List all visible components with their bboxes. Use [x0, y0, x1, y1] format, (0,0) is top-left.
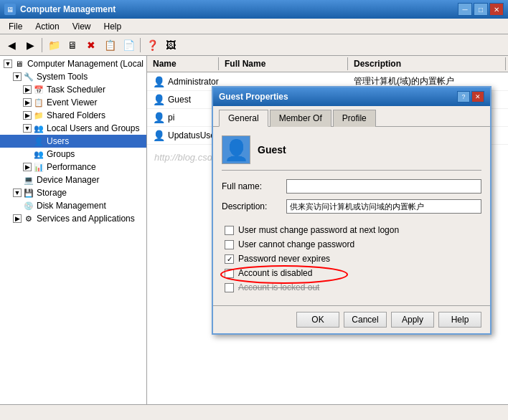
toolbar-separator-1: [42, 38, 42, 52]
tab-member-of[interactable]: Member Of: [270, 110, 331, 127]
guest-properties-dialog: Guest Properties ? ✕ General Member Of P…: [212, 86, 491, 335]
checkbox-label-4: Account is disabled: [238, 268, 312, 278]
cell-name: 👤 pi: [147, 110, 219, 125]
services-icon: ⚙: [23, 213, 34, 224]
user-avatar: 👤: [222, 135, 250, 164]
tree-item-device-manager[interactable]: 💻 Device Manager: [0, 173, 146, 186]
checkbox-row-1: User must change password at next logon: [222, 225, 481, 235]
checkbox-label-1: User must change password at next logon: [238, 225, 399, 235]
folder-button[interactable]: 📁: [45, 37, 62, 54]
event-viewer-icon: 📋: [33, 97, 44, 108]
tree-item-local-users[interactable]: ▼ 👥 Local Users and Groups: [0, 122, 146, 135]
app-icon: 🖥: [4, 4, 16, 15]
expand-task-scheduler[interactable]: ▶: [23, 85, 32, 94]
tree-item-storage[interactable]: ▼ 💾 Storage: [0, 186, 146, 199]
dialog-help-button[interactable]: ?: [457, 91, 470, 102]
cell-name: 👤 Administrator: [147, 75, 219, 89]
checkbox-label-2: User cannot change password: [238, 239, 354, 249]
user-name-display: Guest: [258, 144, 286, 156]
device-manager-icon: 💻: [23, 174, 34, 186]
task-scheduler-icon: 📅: [33, 84, 44, 95]
checkbox-must-change[interactable]: [225, 226, 234, 235]
tree-item-groups[interactable]: 👥 Groups: [0, 148, 146, 161]
tree-label-storage: Storage: [37, 188, 67, 198]
user-header: 👤 Guest: [222, 135, 481, 171]
expand-local-users[interactable]: ▼: [23, 124, 32, 133]
menu-bar: File Action View Help: [0, 19, 508, 34]
expand-shared-folders[interactable]: ▶: [23, 111, 32, 120]
paste-button[interactable]: 📄: [120, 37, 137, 54]
expand-services[interactable]: ▶: [13, 214, 22, 223]
ok-button[interactable]: OK: [296, 312, 339, 328]
tree-item-users[interactable]: 👤 Users: [0, 135, 146, 148]
cell-name: 👤 UpdatusUser: [147, 128, 219, 143]
fullname-row: Full name:: [222, 179, 481, 194]
expand-event-viewer[interactable]: ▶: [23, 98, 32, 107]
window-controls: ─ □ ✕: [458, 3, 504, 16]
tree-item-event-viewer[interactable]: ▶ 📋 Event Viewer: [0, 96, 146, 109]
menu-view[interactable]: View: [67, 20, 97, 33]
groups-icon: 👥: [33, 148, 44, 160]
tree-item-shared-folders[interactable]: ▶ 📁 Shared Folders: [0, 109, 146, 122]
tree-item-root[interactable]: ▼ 🖥 Computer Management (Local: [0, 57, 146, 70]
menu-help[interactable]: Help: [98, 20, 128, 33]
tree-label-task-scheduler: Task Scheduler: [47, 85, 105, 95]
expand-performance[interactable]: ▶: [23, 163, 32, 171]
cell-name: 👤 Guest: [147, 92, 219, 107]
checkbox-account-disabled[interactable]: [225, 269, 234, 278]
back-button[interactable]: ◀: [3, 37, 20, 54]
expand-root[interactable]: ▼: [4, 59, 12, 68]
dialog-close-button[interactable]: ✕: [471, 91, 484, 102]
checkbox-label-5: Account is locked out: [238, 282, 319, 292]
dialog-body: 👤 Guest Full name: Description: User mus…: [213, 127, 490, 305]
forward-button[interactable]: ▶: [22, 37, 39, 54]
view-button[interactable]: 🖼: [162, 37, 179, 54]
help-footer-button[interactable]: Help: [438, 312, 481, 328]
checkbox-never-expires[interactable]: [225, 254, 234, 264]
col-name[interactable]: Name: [147, 57, 219, 70]
col-fullname[interactable]: Full Name: [219, 57, 348, 70]
maximize-button[interactable]: □: [474, 3, 488, 16]
tree-label-event-viewer: Event Viewer: [47, 97, 97, 108]
tree-item-disk-management[interactable]: 💿 Disk Management: [0, 199, 146, 212]
storage-icon: 💾: [23, 187, 34, 199]
tree-label-local-users: Local Users and Groups: [47, 123, 139, 133]
copy-button[interactable]: 📋: [101, 37, 118, 54]
tab-general[interactable]: General: [219, 110, 268, 127]
tree-label-performance: Performance: [47, 162, 96, 172]
computer-button[interactable]: 🖥: [64, 37, 81, 54]
tree-item-system-tools[interactable]: ▼ 🔧 System Tools: [0, 70, 146, 83]
description-input[interactable]: [286, 199, 481, 214]
col-description[interactable]: Description: [348, 57, 506, 70]
dialog-title-bar: Guest Properties ? ✕: [213, 87, 490, 106]
expand-system-tools[interactable]: ▼: [13, 72, 22, 81]
toolbar-separator-2: [140, 38, 141, 52]
help-button[interactable]: ❓: [144, 37, 161, 54]
tree-label-disk-management: Disk Management: [37, 201, 106, 211]
checkbox-row-2: User cannot change password: [222, 239, 481, 249]
tree-label-services: Services and Applications: [37, 214, 135, 224]
menu-file[interactable]: File: [3, 20, 28, 33]
tree-label-system-tools: System Tools: [37, 72, 88, 82]
title-bar: 🖥 Computer Management ─ □ ✕: [0, 0, 508, 19]
checkbox-account-locked[interactable]: [225, 283, 234, 292]
tree-label-root: Computer Management (Local: [27, 59, 144, 69]
apply-button[interactable]: Apply: [391, 312, 434, 328]
tree-item-performance[interactable]: ▶ 📊 Performance: [0, 161, 146, 173]
tree-label-device-manager: Device Manager: [37, 175, 99, 185]
expand-storage[interactable]: ▼: [13, 188, 22, 197]
tab-bar: General Member Of Profile: [213, 106, 490, 127]
cancel-button[interactable]: Cancel: [344, 312, 387, 328]
fullname-input[interactable]: [286, 179, 481, 194]
disk-management-icon: 💿: [23, 200, 34, 211]
dialog-controls: ? ✕: [457, 91, 484, 102]
close-button[interactable]: ✕: [489, 3, 504, 16]
menu-action[interactable]: Action: [29, 20, 65, 33]
checkbox-cannot-change[interactable]: [225, 240, 234, 249]
tree-panel: ▼ 🖥 Computer Management (Local ▼ 🔧 Syste…: [0, 56, 147, 404]
tree-item-services[interactable]: ▶ ⚙ Services and Applications: [0, 212, 146, 225]
delete-button[interactable]: ✖: [83, 37, 100, 54]
minimize-button[interactable]: ─: [458, 3, 472, 16]
tree-item-task-scheduler[interactable]: ▶ 📅 Task Scheduler: [0, 83, 146, 96]
tab-profile[interactable]: Profile: [333, 110, 376, 127]
